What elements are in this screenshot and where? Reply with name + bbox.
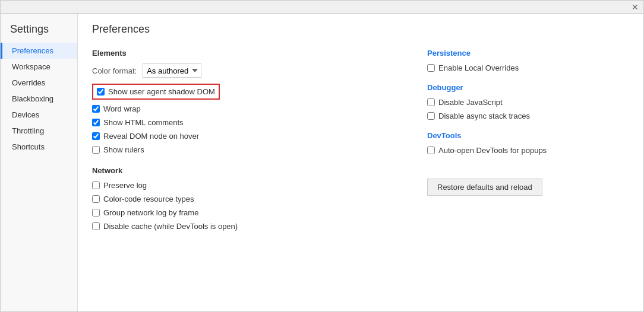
elements-section-title: Elements: [92, 49, 403, 58]
title-bar: ✕: [1, 1, 643, 14]
enable-overrides-row: Enable Local Overrides: [427, 63, 629, 72]
color-code-label[interactable]: Color-code resource types: [103, 195, 194, 203]
disable-js-checkbox[interactable]: [427, 98, 435, 106]
settings-container: Settings Preferences Workspace Overrides…: [1, 14, 643, 311]
network-section-title: Network: [92, 166, 403, 175]
auto-open-checkbox[interactable]: [427, 147, 435, 154]
word-wrap-row: Word wrap: [92, 104, 403, 113]
rulers-checkbox[interactable]: [92, 146, 100, 154]
shadow-dom-row-highlighted: Show user agent shadow DOM: [92, 84, 220, 100]
color-format-label: Color format:: [92, 66, 137, 75]
disable-cache-label[interactable]: Disable cache (while DevTools is open): [103, 222, 238, 231]
debugger-section-title: Debugger: [427, 83, 629, 92]
sidebar-item-blackboxing[interactable]: Blackboxing: [1, 91, 77, 107]
enable-overrides-checkbox[interactable]: [427, 64, 435, 72]
word-wrap-label[interactable]: Word wrap: [103, 104, 141, 113]
disable-js-label[interactable]: Disable JavaScript: [438, 98, 503, 107]
reveal-dom-row: Reveal DOM node on hover: [92, 132, 403, 141]
show-rulers-row: Show rulers: [92, 145, 403, 154]
group-network-checkbox[interactable]: [92, 209, 100, 217]
sidebar-item-preferences[interactable]: Preferences: [1, 43, 77, 59]
group-network-label[interactable]: Group network log by frame: [103, 208, 198, 217]
shadow-dom-checkbox[interactable]: [97, 88, 105, 95]
html-comments-row: Show HTML comments: [92, 118, 403, 127]
restore-defaults-button[interactable]: Restore defaults and reload: [427, 179, 542, 196]
disable-cache-checkbox[interactable]: [92, 222, 100, 230]
reveal-dom-label[interactable]: Reveal DOM node on hover: [103, 132, 199, 141]
main-content: Preferences Elements Color format: As au…: [78, 14, 643, 311]
color-format-select[interactable]: As authored HEX RGB HSL: [143, 63, 201, 78]
sidebar-item-shortcuts[interactable]: Shortcuts: [1, 139, 77, 155]
sidebar-item-devices[interactable]: Devices: [1, 107, 77, 123]
restore-button-container: Restore defaults and reload: [427, 169, 629, 196]
disable-async-checkbox[interactable]: [427, 112, 435, 120]
persistence-section-title: Persistence: [427, 49, 629, 58]
shadow-dom-label[interactable]: Show user agent shadow DOM: [108, 87, 215, 96]
sidebar-item-workspace[interactable]: Workspace: [1, 59, 77, 75]
sidebar-title: Settings: [1, 18, 77, 43]
two-col-layout: Elements Color format: As authored HEX R…: [92, 45, 629, 235]
sidebar: Settings Preferences Workspace Overrides…: [1, 14, 78, 311]
word-wrap-checkbox[interactable]: [92, 105, 100, 113]
reveal-dom-checkbox[interactable]: [92, 132, 100, 140]
group-network-row: Group network log by frame: [92, 208, 403, 217]
enable-overrides-label[interactable]: Enable Local Overrides: [438, 63, 519, 72]
sidebar-item-throttling[interactable]: Throttling: [1, 123, 77, 139]
auto-open-label[interactable]: Auto-open DevTools for popups: [438, 146, 547, 155]
color-format-row: Color format: As authored HEX RGB HSL: [92, 63, 403, 78]
network-section: Network Preserve log Color-code resource…: [92, 166, 403, 231]
devtools-section-title: DevTools: [427, 131, 629, 140]
disable-async-label[interactable]: Disable async stack traces: [438, 112, 530, 120]
preserve-log-label[interactable]: Preserve log: [103, 181, 147, 190]
disable-async-row: Disable async stack traces: [427, 112, 629, 120]
sidebar-item-overrides[interactable]: Overrides: [1, 75, 77, 91]
rulers-label[interactable]: Show rulers: [103, 145, 144, 154]
html-comments-checkbox[interactable]: [92, 119, 100, 126]
page-title: Preferences: [92, 23, 629, 36]
preserve-log-row: Preserve log: [92, 181, 403, 190]
left-column: Elements Color format: As authored HEX R…: [92, 45, 403, 235]
color-code-row: Color-code resource types: [92, 195, 403, 203]
color-code-checkbox[interactable]: [92, 195, 100, 203]
settings-window: ✕ Settings Preferences Workspace Overrid…: [0, 0, 644, 312]
disable-js-row: Disable JavaScript: [427, 98, 629, 107]
close-button[interactable]: ✕: [632, 3, 639, 11]
html-comments-label[interactable]: Show HTML comments: [103, 118, 184, 127]
auto-open-row: Auto-open DevTools for popups: [427, 146, 629, 155]
disable-cache-row: Disable cache (while DevTools is open): [92, 222, 403, 231]
right-column: Persistence Enable Local Overrides Debug…: [427, 45, 629, 235]
preserve-log-checkbox[interactable]: [92, 182, 100, 189]
